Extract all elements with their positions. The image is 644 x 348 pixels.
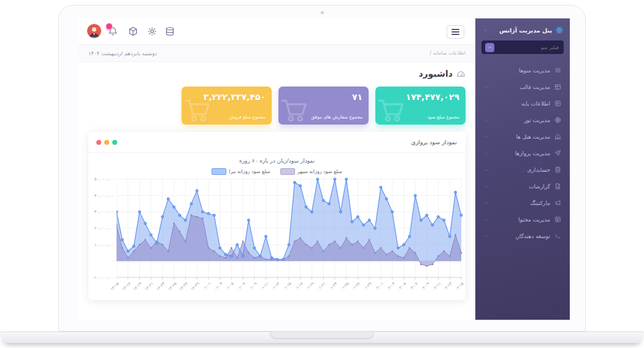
atom-logo-icon <box>555 26 564 34</box>
menu-icon <box>554 67 561 74</box>
laptop-screen: پنل مدیریت آژانس مدیریت منوهامدیریت قالب… <box>58 5 586 331</box>
content-icon <box>554 216 561 223</box>
admin-app: پنل مدیریت آژانس مدیریت منوهامدیریت قالب… <box>79 18 570 320</box>
legend-swatch-blue <box>212 168 226 175</box>
stat-label: مجموع مبلغ فروش <box>229 114 266 120</box>
chart-legend: مبلغ سود روزانه نیرا مبلغ سود روزانه سپه… <box>88 167 466 176</box>
legend-label: مبلغ سود روزانه نیرا <box>229 169 270 174</box>
current-date: دوشنبه پانزدهم اردیبهشت ۱۴۰۴ <box>88 50 157 56</box>
sidebar-item-label: مدیریت تور <box>524 117 550 123</box>
sidebar-item-3[interactable]: مدیریت تور <box>475 112 570 128</box>
topbar <box>79 18 475 44</box>
chevron-down-icon <box>484 168 489 172</box>
chevron-up-icon[interactable] <box>485 43 494 52</box>
red-dot-icon <box>96 140 101 145</box>
chevron-down-icon[interactable] <box>483 28 488 33</box>
sidebar-item-6[interactable]: حسابداری <box>475 161 570 178</box>
sidebar-item-1[interactable]: مدیریت قالب <box>475 79 570 95</box>
stat-label: مجموع سفارش های موفق <box>311 114 362 120</box>
y-axis-tick: ۳۰,۰۰۰,۰۰۰ <box>92 209 114 214</box>
info-icon <box>554 100 561 107</box>
sidebar-item-9[interactable]: مدیریت محتوا <box>475 211 570 228</box>
chevron-down-icon <box>484 201 489 206</box>
sidebar-item-8[interactable]: مارکتینگ <box>475 195 570 211</box>
page-title-row: داشبورد <box>79 62 475 81</box>
stat-card-sales: ۳,۲۲۲,۳۳۷,۴۵۰ مجموع مبلغ فروش <box>182 87 272 125</box>
y-axis-tick: ۴۰,۰۰۰,۰۰۰ <box>92 193 114 198</box>
sidebar-item-label: مارکتینگ <box>531 200 550 206</box>
stats-cards-row: ۱۷۴,۴۷۷,۰۲۹ مجموع مبلغ سود ۷۱ مجموع سفار… <box>79 81 475 125</box>
y-axis-tick: ۵۰,۰۰۰,۰۰۰ <box>92 177 114 182</box>
sidebar: پنل مدیریت آژانس مدیریت منوهامدیریت قالب… <box>475 18 570 320</box>
sidebar-item-label: مدیریت قالب <box>519 84 550 90</box>
stat-value: ۳,۲۲۲,۳۳۷,۴۵۰ <box>204 92 266 102</box>
accounting-icon <box>554 166 561 173</box>
chevron-down-icon <box>484 151 489 156</box>
chart-card-title: نمودار سود پروازی <box>411 139 457 145</box>
y-axis-tick: ۲۰,۰۰۰,۰۰۰ <box>92 226 114 231</box>
gear-icon[interactable] <box>147 26 157 36</box>
marketing-icon <box>554 199 561 206</box>
stat-label: مجموع مبلغ سود <box>427 114 459 120</box>
gauge-icon <box>456 69 466 79</box>
sidebar-item-label: مدیریت منوها <box>519 68 550 74</box>
database-icon[interactable] <box>165 26 175 36</box>
breadcrumb-bar: دوشنبه پانزدهم اردیبهشت ۱۴۰۴ اطلاعات سام… <box>79 44 475 62</box>
sidebar-item-10[interactable]: توسعه دهندگان <box>475 228 570 244</box>
breadcrumb[interactable]: اطلاعات سامانه / <box>430 50 466 56</box>
cube-icon[interactable] <box>128 26 138 36</box>
chevron-down-icon <box>484 184 489 189</box>
y-axis-tick: ۰ <box>92 258 114 263</box>
laptop-notch <box>270 331 374 339</box>
sidebar-item-label: مدیریت محتوا <box>518 217 550 223</box>
hamburger-menu-button[interactable] <box>447 25 464 39</box>
stat-value: ۷۱ <box>352 92 362 102</box>
y-axis-tick: ۱۰,۰۰۰,۰۰۰ <box>92 242 114 247</box>
stat-value: ۱۷۴,۴۷۷,۰۲۹ <box>405 92 459 102</box>
menu-filter-input[interactable] <box>494 44 560 51</box>
sidebar-menu: مدیریت منوهامدیریت قالباطلاعات پایهمدیری… <box>475 54 570 244</box>
sidebar-item-label: توسعه دهندگان <box>515 233 550 239</box>
sidebar-header: پنل مدیریت آژانس <box>475 18 570 34</box>
sidebar-item-2[interactable]: اطلاعات پایه <box>475 95 570 112</box>
area-chart <box>117 177 464 282</box>
cart-icon <box>377 96 405 125</box>
chart-card-header: نمودار سود پروازی <box>88 132 466 153</box>
webcam-dot <box>321 11 324 14</box>
template-icon <box>554 83 561 90</box>
chevron-down-icon <box>484 134 489 139</box>
legend-swatch-lavender <box>280 168 295 175</box>
cart-icon <box>280 96 308 125</box>
screenshot-stage: پنل مدیریت آژانس مدیریت منوهامدیریت قالب… <box>0 0 644 348</box>
reports-icon <box>554 183 561 190</box>
legend-label: مبلغ سود روزانه سپهر <box>297 169 342 174</box>
sidebar-item-label: مدیریت پروازها <box>515 150 550 157</box>
chart-plot: ۵۰,۰۰۰,۰۰۰۴۰,۰۰۰,۰۰۰۳۰,۰۰۰,۰۰۰۲۰,۰۰۰,۰۰۰… <box>92 177 459 302</box>
sidebar-item-label: مدیریت هتل ها <box>516 134 550 140</box>
chart-title: نمودار سود/زیان در بازه ۶۰ روزه <box>88 158 466 164</box>
hotel-icon <box>554 133 561 140</box>
chevron-down-icon <box>484 234 489 239</box>
main-area: دوشنبه پانزدهم اردیبهشت ۱۴۰۴ اطلاعات سام… <box>79 18 475 320</box>
stat-card-orders: ۷۱ مجموع سفارش های موفق <box>278 87 369 125</box>
sidebar-item-4[interactable]: مدیریت هتل ها <box>475 128 570 145</box>
stat-card-profit: ۱۷۴,۴۷۷,۰۲۹ مجموع مبلغ سود <box>375 87 466 125</box>
y-axis-tick: -۱۰,۰۰۰,۰۰۰ <box>92 275 114 280</box>
page-title: داشبورد <box>419 69 453 79</box>
chevron-down-icon <box>484 85 489 90</box>
sidebar-item-7[interactable]: گزارشات <box>475 178 570 195</box>
chevron-down-icon <box>484 118 489 123</box>
flight-icon <box>554 150 561 157</box>
window-dots <box>96 140 117 145</box>
sidebar-item-label: حسابداری <box>527 167 550 173</box>
legend-item-nira[interactable]: مبلغ سود روزانه نیرا <box>212 168 270 175</box>
flight-profit-chart-card: نمودار سود پروازی نمودار سود/زیان در باز… <box>88 132 466 300</box>
notification-badge <box>105 23 113 30</box>
user-avatar[interactable] <box>87 24 101 38</box>
legend-item-sepehr[interactable]: مبلغ سود روزانه سپهر <box>280 168 342 175</box>
sidebar-item-0[interactable]: مدیریت منوها <box>475 62 570 79</box>
sidebar-item-5[interactable]: مدیریت پروازها <box>475 145 570 161</box>
yellow-dot-icon <box>104 140 109 145</box>
green-dot-icon <box>112 140 117 145</box>
sidebar-title: پنل مدیریت آژانس <box>499 27 552 34</box>
